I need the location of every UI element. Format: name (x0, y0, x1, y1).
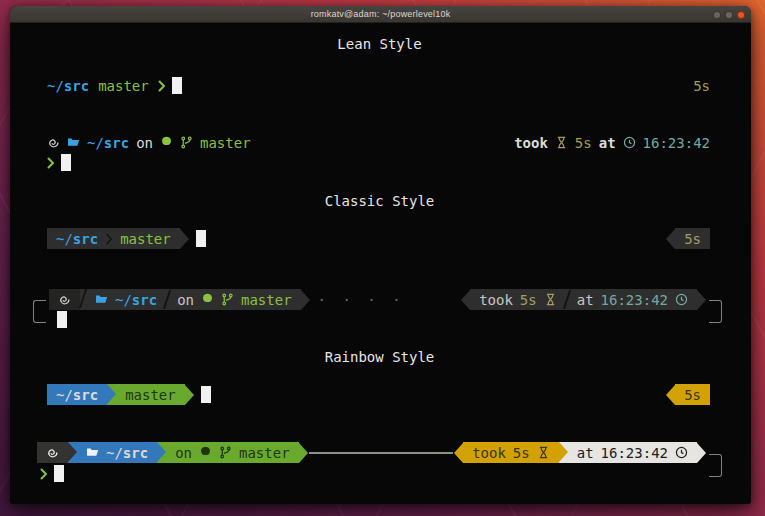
classic-full-prompt-line2 (57, 309, 710, 330)
open-folder-icon (86, 446, 99, 459)
section-title-lean: Lean Style (10, 36, 749, 52)
powerline-arrow (666, 385, 675, 405)
powerline-arrow (461, 290, 470, 310)
path-name: src (104, 135, 129, 151)
minimize-button[interactable] (713, 11, 721, 19)
chevron-right-icon (47, 157, 55, 169)
time: 16:23:42 (601, 292, 668, 308)
cursor[interactable] (54, 465, 64, 482)
path-name: src (73, 231, 98, 247)
gap-filler-line (309, 452, 454, 454)
path-name: src (123, 445, 148, 461)
powerline-arrow (666, 229, 675, 249)
cursor[interactable] (61, 154, 71, 171)
gap-filler-dots: · · · · (318, 292, 405, 308)
powerline-arrow (68, 442, 77, 462)
on-label: on (175, 445, 192, 461)
git-branch: master (239, 445, 290, 461)
separator-chevron-icon (105, 233, 113, 245)
chevron-right-icon (158, 80, 166, 92)
classic-simple-prompt: ~/src master 5s (33, 228, 710, 249)
separator-slash (563, 290, 571, 309)
lean-full-prompt-line2 (33, 152, 710, 173)
path-prefix: ~/ (47, 78, 64, 94)
path-name: src (132, 292, 157, 308)
took-label: took (472, 445, 506, 461)
prompt-frame-right (709, 300, 722, 323)
titlebar[interactable]: romkatv@adam: ~/powerlevel10k (10, 6, 751, 23)
chevron-right-icon (40, 468, 48, 480)
git-branch-icon (180, 136, 193, 149)
path-prefix: ~/ (106, 445, 123, 461)
lean-full-prompt-line1: ~/src on master took 5s at 16:23:42 (33, 132, 710, 153)
open-folder-icon (67, 136, 80, 149)
time: 16:23:42 (643, 135, 710, 151)
close-button[interactable] (737, 11, 745, 19)
separator-slash (163, 290, 171, 309)
at-label: at (577, 445, 594, 461)
path-name: src (73, 387, 98, 403)
powerline-arrow (697, 290, 706, 310)
on-label: on (136, 135, 153, 151)
duration: 5s (684, 231, 701, 247)
rainbow-simple-prompt: ~/src master 5s (33, 384, 710, 405)
clock-icon (675, 293, 688, 306)
duration: 5s (513, 445, 530, 461)
git-branch: master (200, 135, 251, 151)
path-prefix: ~/ (115, 292, 132, 308)
git-branch-icon (219, 446, 232, 459)
took-label: took (514, 135, 548, 151)
octocat-icon (201, 293, 214, 306)
powerline-arrow (299, 443, 308, 463)
terminal-window: romkatv@adam: ~/powerlevel10k Lean Style… (10, 6, 751, 504)
octocat-icon (160, 136, 173, 149)
git-branch: master (98, 78, 149, 94)
clock-icon (623, 136, 636, 149)
duration: 5s (520, 292, 537, 308)
cursor[interactable] (172, 77, 182, 94)
clock-icon (675, 446, 688, 459)
on-label: on (177, 292, 194, 308)
rainbow-full-prompt-line1: ~/src on master took 5s (33, 442, 706, 463)
path-prefix: ~/ (56, 231, 73, 247)
time: 16:23:42 (601, 445, 668, 461)
section-title-classic: Classic Style (10, 193, 749, 209)
octocat-icon (199, 446, 212, 459)
maximize-button[interactable] (725, 11, 733, 19)
path-prefix: ~/ (87, 135, 104, 151)
hourglass-icon (555, 136, 568, 149)
powerline-arrow (301, 290, 310, 310)
terminal-content[interactable]: Lean Style ~/src master 5s ~/src on (10, 23, 749, 503)
debian-swirl-icon (58, 293, 71, 306)
powerline-arrow (454, 443, 463, 463)
git-branch: master (125, 387, 176, 403)
cursor[interactable] (196, 230, 206, 247)
cursor[interactable] (57, 311, 67, 328)
open-folder-icon (95, 293, 108, 306)
window-title: romkatv@adam: ~/powerlevel10k (311, 9, 451, 19)
window-controls (713, 6, 745, 23)
powerline-arrow (107, 384, 116, 404)
rainbow-full-prompt-line2 (40, 463, 710, 484)
at-label: at (577, 292, 594, 308)
powerline-arrow (559, 442, 568, 462)
duration: 5s (693, 78, 710, 94)
took-label: took (479, 292, 513, 308)
duration: 5s (684, 387, 701, 403)
debian-swirl-icon (47, 136, 60, 149)
cursor[interactable] (201, 386, 211, 403)
hourglass-icon (537, 446, 550, 459)
duration: 5s (575, 135, 592, 151)
desktop-wallpaper: romkatv@adam: ~/powerlevel10k Lean Style… (0, 0, 765, 516)
debian-swirl-icon (46, 446, 59, 459)
prompt-frame-left (33, 300, 46, 323)
lean-simple-prompt: ~/src master 5s (33, 75, 710, 96)
git-branch: master (241, 292, 292, 308)
at-label: at (599, 135, 616, 151)
path-prefix: ~/ (56, 387, 73, 403)
prompt-frame-right (709, 454, 722, 477)
powerline-arrow (697, 443, 706, 463)
git-branch: master (120, 231, 171, 247)
powerline-arrow (157, 442, 166, 462)
path-name: src (64, 78, 89, 94)
